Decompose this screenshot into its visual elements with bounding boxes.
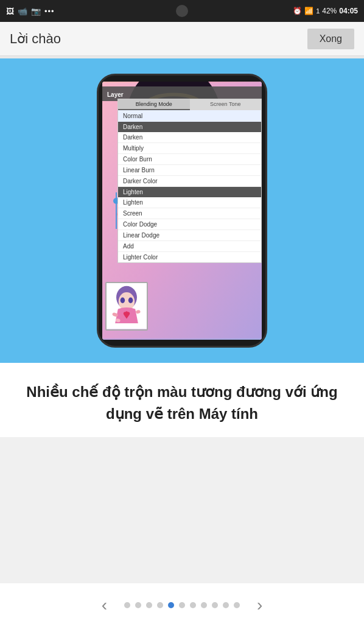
status-center — [176, 5, 188, 17]
thumbnail-image — [105, 282, 148, 331]
blend-item-color-burn[interactable]: Color Burn — [118, 154, 261, 165]
close-button[interactable]: Xong — [307, 29, 354, 49]
navigation-section: ‹ › — [0, 583, 364, 621]
dot-6[interactable] — [179, 602, 185, 608]
signal-icon: 1 — [316, 7, 320, 15]
blend-item-darker-color[interactable]: Darker Color — [118, 176, 261, 187]
blend-item-darken[interactable]: Darken — [118, 132, 261, 143]
dot-3[interactable] — [146, 602, 152, 608]
dot-4[interactable] — [157, 602, 163, 608]
status-right-icons: ⏰ 📶 1 42% 04:05 — [293, 7, 358, 15]
thumbnail-svg — [107, 283, 147, 329]
blend-header-lighten: Lighten — [118, 187, 261, 197]
page-title: Lời chào — [10, 31, 61, 47]
dot-2[interactable] — [135, 602, 141, 608]
blend-item-screen[interactable]: Screen — [118, 208, 261, 219]
blend-item-color-dodge[interactable]: Color Dodge — [118, 219, 261, 230]
blend-item-add[interactable]: Add — [118, 241, 261, 252]
blend-mode-panel: Blending Mode Screen Tone Normal Darken … — [117, 99, 262, 263]
status-bar: 🖼 📹 📷 ••• ⏰ 📶 1 42% 04:05 — [0, 0, 364, 22]
svg-point-19 — [128, 298, 133, 303]
dot-10[interactable] — [223, 602, 229, 608]
blend-list: Normal Darken Darken Multiply Color Burn… — [118, 110, 261, 262]
blend-item-lighter-color[interactable]: Lighter Color — [118, 252, 261, 262]
blend-item-lighten[interactable]: Lighten — [118, 197, 261, 208]
dot-8[interactable] — [201, 602, 207, 608]
battery-icon: 42% — [322, 7, 337, 15]
image-section: Layer Blending Mode Screen Tone Normal D… — [0, 58, 364, 363]
alarm-icon: ⏰ — [293, 7, 302, 15]
phone-mockup: Layer Blending Mode Screen Tone Normal D… — [72, 71, 292, 351]
more-icon: ••• — [44, 7, 55, 16]
dot-11[interactable] — [234, 602, 240, 608]
dot-1[interactable] — [124, 602, 130, 608]
tab-blending-mode[interactable]: Blending Mode — [118, 99, 190, 110]
dot-9[interactable] — [212, 602, 218, 608]
camera-icon: 📷 — [31, 7, 41, 16]
blend-item-multiply[interactable]: Multiply — [118, 143, 261, 154]
blend-header-darken: Darken — [118, 122, 261, 132]
text-section: Nhiều chế độ trộn màu tương đương với ứn… — [0, 363, 364, 437]
svg-point-18 — [121, 298, 125, 303]
wifi-icon: 📶 — [304, 7, 313, 15]
prev-arrow[interactable]: ‹ — [89, 595, 119, 615]
main-description: Nhiều chế độ trộn màu tương đương với ứn… — [24, 381, 340, 425]
blend-item-linear-dodge[interactable]: Linear Dodge — [118, 230, 261, 241]
nav-dots — [124, 602, 240, 608]
layer-label: Layer — [107, 91, 124, 98]
video-icon: 📹 — [18, 7, 27, 16]
dot-7[interactable] — [190, 602, 196, 608]
blend-item-normal[interactable]: Normal — [118, 110, 261, 122]
image-icon: 🖼 — [6, 7, 14, 16]
time-display: 04:05 — [339, 7, 358, 15]
status-left-icons: 🖼 📹 📷 ••• — [6, 7, 55, 16]
phone-screen: Layer Blending Mode Screen Tone Normal D… — [102, 82, 262, 340]
title-bar: Lời chào Xong — [0, 22, 364, 56]
blend-item-linear-burn[interactable]: Linear Burn — [118, 165, 261, 176]
tab-screen-tone[interactable]: Screen Tone — [190, 99, 262, 110]
blend-tabs: Blending Mode Screen Tone — [118, 99, 261, 110]
phone-body: Layer Blending Mode Screen Tone Normal D… — [97, 74, 267, 348]
next-arrow[interactable]: › — [245, 595, 275, 615]
dot-5-active[interactable] — [168, 602, 174, 608]
